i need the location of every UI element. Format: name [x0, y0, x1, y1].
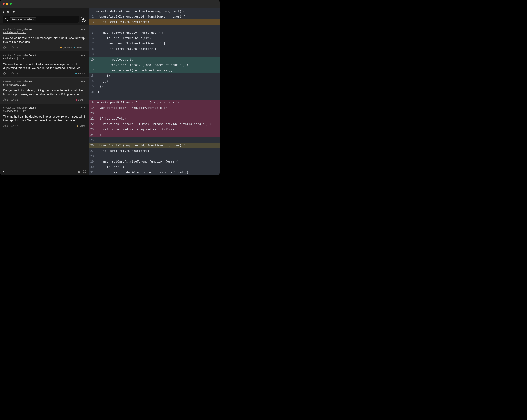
- code-line[interactable]: 27 if (err) return next(err);: [89, 148, 220, 154]
- line-content[interactable]: [95, 111, 220, 116]
- search-chip[interactable]: file:main-controller.ts: [10, 17, 36, 21]
- comments-button[interactable]: (12): [11, 125, 19, 128]
- like-button[interactable]: (2): [3, 72, 9, 75]
- code-line[interactable]: 1exports.deleteAccount = function(req, r…: [89, 9, 220, 14]
- line-content[interactable]: exports.postBilling = function(req, res,…: [95, 100, 220, 105]
- line-content[interactable]: };: [95, 89, 220, 94]
- line-content[interactable]: [95, 25, 220, 30]
- line-number: 23: [89, 127, 95, 132]
- code-line[interactable]: 18exports.postBilling = function(req, re…: [89, 100, 220, 105]
- code-line[interactable]: 29 user.setCard(stripeToken, function (e…: [89, 159, 220, 164]
- comments-button[interactable]: (12): [11, 98, 19, 102]
- more-icon[interactable]: •••: [81, 28, 85, 31]
- line-content[interactable]: req.flash('info', { msg: 'Account gone!'…: [95, 62, 220, 68]
- line-content[interactable]: [95, 154, 220, 159]
- line-content[interactable]: if (err) return next(err);: [95, 19, 220, 25]
- close-icon[interactable]: [2, 3, 5, 5]
- line-content[interactable]: req.flash('errors', { msg: 'Please provi…: [95, 121, 220, 127]
- line-content[interactable]: [95, 94, 220, 100]
- line-content[interactable]: res.redirect(req.redirect.success);: [95, 68, 220, 73]
- line-content[interactable]: req.logout();: [95, 57, 220, 62]
- code-line[interactable]: 23 return res.redirect(req.redirect.fail…: [89, 127, 220, 132]
- code-line[interactable]: 10 req.logout();: [89, 57, 220, 62]
- annotation-card[interactable]: created 13 mins go by Karl src/index.ts#…: [0, 77, 88, 104]
- annotation-list[interactable]: created 13 mins go by Karl src/index.ts#…: [0, 25, 88, 167]
- comments-button[interactable]: (12): [11, 46, 19, 49]
- code-line[interactable]: 5 user.remove(function (err, user) {: [89, 30, 220, 35]
- code-line[interactable]: 7 user.cancelStripe(function(err) {: [89, 41, 220, 46]
- code-line[interactable]: 4: [89, 25, 220, 30]
- like-button[interactable]: (2): [3, 125, 9, 128]
- annotation-card[interactable]: created 13 mins go by Saumil src/index.t…: [0, 51, 88, 77]
- download-icon[interactable]: [77, 170, 81, 173]
- code-line[interactable]: 20: [89, 111, 220, 116]
- code-line[interactable]: 25: [89, 137, 220, 143]
- annotation-card[interactable]: created 13 mins go by Saumil src/index.t…: [0, 104, 88, 130]
- tag[interactable]: Build 1.2: [74, 46, 85, 49]
- tag[interactable]: TODOs: [76, 73, 85, 75]
- code-line[interactable]: 26 User.findById(req.user.id, function(e…: [89, 143, 220, 148]
- line-content[interactable]: });: [95, 78, 220, 84]
- line-content[interactable]: }: [95, 132, 220, 137]
- line-content[interactable]: if (err) return next(err);: [95, 46, 220, 52]
- code-line[interactable]: 21 if(!stripeToken){: [89, 116, 220, 121]
- code-line[interactable]: 30 if (err) {: [89, 164, 220, 170]
- code-line[interactable]: 15 });: [89, 84, 220, 89]
- line-content[interactable]: var stripeToken = req.body.stripeToken;: [95, 105, 220, 111]
- tag[interactable]: Notes: [77, 125, 85, 127]
- code-line[interactable]: 16};: [89, 89, 220, 94]
- line-content[interactable]: if (err) return next(err);: [95, 35, 220, 41]
- line-content[interactable]: User.findById(req.user.id, function(err,…: [95, 143, 220, 148]
- file-reference-link[interactable]: src/index.ts#[L1:L12]: [3, 57, 26, 60]
- like-button[interactable]: (2): [3, 46, 9, 49]
- code-line[interactable]: 17: [89, 94, 220, 100]
- minimize-icon[interactable]: [6, 3, 8, 5]
- line-content[interactable]: user.remove(function (err, user) {: [95, 30, 220, 35]
- code-line[interactable]: 8 if (err) return next(err);: [89, 46, 220, 52]
- line-content[interactable]: return res.redirect(req.redirect.failure…: [95, 127, 220, 132]
- line-content[interactable]: user.cancelStripe(function(err) {: [95, 41, 220, 46]
- file-reference-link[interactable]: src/index.ts#[L1:L12]: [3, 31, 26, 34]
- line-content[interactable]: exports.deleteAccount = function(req, re…: [95, 9, 220, 14]
- tag[interactable]: Danger: [76, 99, 85, 101]
- line-content[interactable]: user.setCard(stripeToken, function (err)…: [95, 159, 220, 164]
- more-icon[interactable]: •••: [81, 54, 85, 57]
- code-line[interactable]: 19 var stripeToken = req.body.stripeToke…: [89, 105, 220, 111]
- code-line[interactable]: 13 });: [89, 73, 220, 78]
- titlebar[interactable]: [0, 0, 220, 8]
- line-content[interactable]: if (err) {: [95, 164, 220, 170]
- code-line[interactable]: 6 if (err) return next(err);: [89, 35, 220, 41]
- annotation-card[interactable]: created 13 mins go by Karl src/index.ts#…: [0, 25, 88, 51]
- add-button[interactable]: [81, 17, 86, 22]
- line-content[interactable]: if(err.code && err.code == 'card_decline…: [95, 170, 220, 175]
- line-content[interactable]: });: [95, 84, 220, 89]
- code-line[interactable]: 9: [89, 52, 220, 57]
- logo-icon[interactable]: •/: [2, 169, 4, 173]
- code-line[interactable]: 11 req.flash('info', { msg: 'Account gon…: [89, 62, 220, 68]
- file-reference-link[interactable]: src/index.ts#[L1:L12]: [3, 83, 26, 86]
- line-content[interactable]: [95, 52, 220, 57]
- code-line[interactable]: 22 req.flash('errors', { msg: 'Please pr…: [89, 121, 220, 127]
- tag[interactable]: Question: [60, 46, 72, 49]
- more-icon[interactable]: •••: [81, 106, 85, 110]
- code-line[interactable]: 24 }: [89, 132, 220, 137]
- zoom-icon[interactable]: [10, 3, 12, 5]
- code-line[interactable]: 14 });: [89, 78, 220, 84]
- code-line[interactable]: 12 res.redirect(req.redirect.success);: [89, 68, 220, 73]
- line-content[interactable]: [95, 137, 220, 143]
- line-content[interactable]: if(!stripeToken){: [95, 116, 220, 121]
- line-content[interactable]: User.findById(req.user.id, function(err,…: [95, 14, 220, 19]
- like-button[interactable]: (2): [3, 98, 9, 102]
- line-content[interactable]: });: [95, 73, 220, 78]
- line-content[interactable]: if (err) return next(err);: [95, 148, 220, 154]
- gear-icon[interactable]: [83, 170, 86, 173]
- code-line[interactable]: 28: [89, 154, 220, 159]
- comments-button[interactable]: (12): [11, 72, 19, 75]
- code-line[interactable]: 2 User.findById(req.user.id, function(er…: [89, 14, 220, 19]
- more-icon[interactable]: •••: [81, 80, 85, 83]
- search-input[interactable]: file:main-controller.ts: [2, 16, 79, 23]
- code-line[interactable]: 31 if(err.code && err.code == 'card_decl…: [89, 170, 220, 175]
- code-editor[interactable]: 1exports.deleteAccount = function(req, r…: [89, 8, 220, 175]
- code-line[interactable]: 3 if (err) return next(err);: [89, 19, 220, 25]
- file-reference-link[interactable]: src/index.ts#[L1:L12]: [3, 110, 26, 112]
